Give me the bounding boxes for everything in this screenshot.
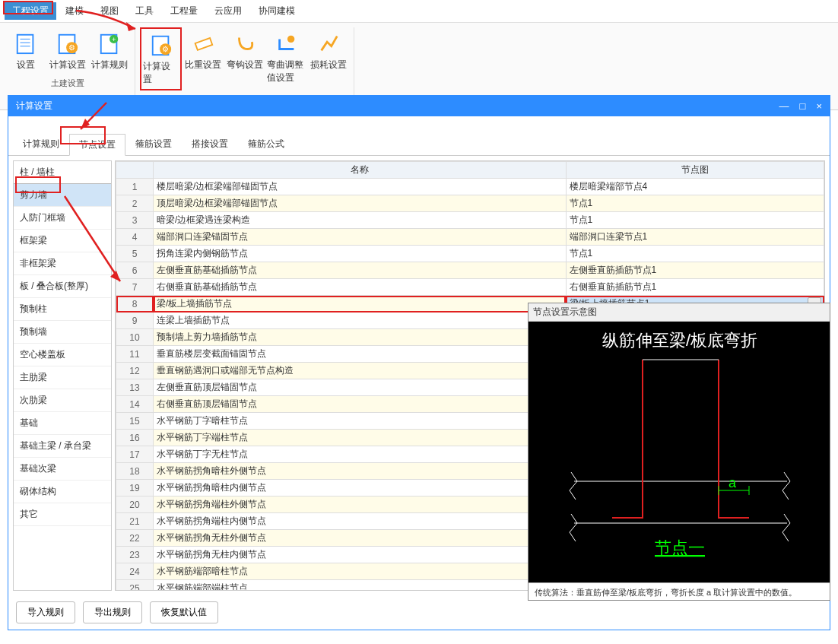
cell-name[interactable]: 右侧垂直筋顶层锚固节点	[154, 396, 567, 413]
table-row[interactable]: 5拐角连梁内侧钢筋节点节点1	[116, 246, 824, 262]
col-name[interactable]: 名称	[154, 162, 567, 179]
cell-name[interactable]: 水平钢筋拐角端柱内侧节点	[154, 513, 567, 530]
sidebar-item-次肋梁[interactable]: 次肋梁	[14, 389, 111, 412]
row-number: 12	[116, 363, 154, 379]
sidebar-item-砌体结构[interactable]: 砌体结构	[14, 481, 111, 503]
sidebar-item-空心楼盖板[interactable]: 空心楼盖板	[14, 344, 111, 366]
cell-diagram[interactable]: 节点1	[566, 195, 824, 212]
maximize-button[interactable]: □	[800, 100, 806, 112]
hook-icon	[232, 30, 258, 56]
sidebar-item-预制墙[interactable]: 预制墙	[14, 321, 111, 344]
tab-箍筋公式[interactable]: 箍筋公式	[238, 133, 294, 155]
cell-name[interactable]: 水平钢筋拐角端柱外侧节点	[154, 496, 567, 513]
sidebar-item-剪力墙[interactable]: 剪力墙	[14, 184, 111, 207]
row-number: 24	[116, 563, 154, 580]
table-row[interactable]: 4端部洞口连梁锚固节点端部洞口连梁节点1	[116, 229, 824, 246]
table-row[interactable]: 1楼层暗梁/边框梁端部锚固节点楼层暗梁端部节点4	[116, 179, 824, 195]
menu-建模[interactable]: 建模	[58, 2, 91, 20]
table-row[interactable]: 3暗梁/边框梁遇连梁构造节点1	[116, 212, 824, 229]
table-row[interactable]: 2顶层暗梁/边框梁端部锚固节点节点1	[116, 195, 824, 212]
cell-diagram[interactable]: 左侧垂直筋插筋节点1	[566, 262, 824, 279]
row-number: 17	[116, 446, 154, 463]
tab-箍筋设置[interactable]: 箍筋设置	[125, 133, 182, 155]
ribbon-计算规则[interactable]: +计算规则	[88, 27, 130, 75]
ribbon-弯曲调整值设置[interactable]: 弯曲调整值设置	[265, 27, 307, 90]
cell-name[interactable]: 水平钢筋端部暗柱节点	[154, 563, 567, 580]
minimize-button[interactable]: —	[779, 100, 789, 112]
cell-name[interactable]: 连梁上墙插筋节点	[154, 312, 567, 329]
cell-diagram[interactable]: 端部洞口连梁节点1	[566, 229, 824, 246]
sidebar-item-基础次梁[interactable]: 基础次梁	[14, 458, 111, 481]
sidebar-item-人防门框墙[interactable]: 人防门框墙	[14, 207, 111, 230]
cell-name[interactable]: 右侧垂直筋基础插筋节点	[154, 279, 567, 296]
sidebar-item-柱 / 墙柱[interactable]: 柱 / 墙柱	[14, 161, 111, 184]
ribbon-group-label: 土建设置	[51, 75, 84, 92]
cell-name[interactable]: 楼层暗梁/边框梁端部锚固节点	[154, 179, 567, 195]
ribbon-弯钩设置[interactable]: 弯钩设置	[224, 27, 265, 90]
cell-diagram[interactable]: 节点1	[566, 212, 824, 229]
tab-节点设置[interactable]: 节点设置	[69, 134, 125, 156]
cell-diagram[interactable]: 节点1	[566, 246, 824, 262]
sidebar-item-主肋梁[interactable]: 主肋梁	[14, 366, 111, 389]
menu-云应用[interactable]: 云应用	[207, 2, 249, 20]
cell-name[interactable]: 暗梁/边框梁遇连梁构造	[154, 212, 567, 229]
sidebar-item-其它[interactable]: 其它	[14, 503, 111, 526]
cell-name[interactable]: 水平钢筋拐角无柱外侧节点	[154, 530, 567, 547]
cell-name[interactable]: 拐角连梁内侧钢筋节点	[154, 246, 567, 262]
menu-协同建模[interactable]: 协同建模	[251, 2, 303, 20]
close-button[interactable]: ×	[816, 100, 822, 112]
ribbon-比重设置[interactable]: 比重设置	[182, 27, 224, 90]
svg-text:⚙: ⚙	[162, 45, 169, 53]
cell-name[interactable]: 水平钢筋丁字暗柱节点	[154, 413, 567, 430]
tab-计算规则[interactable]: 计算规则	[13, 133, 69, 155]
cell-name[interactable]: 水平钢筋拐角暗柱内侧节点	[154, 480, 567, 496]
menu-工程量[interactable]: 工程量	[163, 2, 205, 20]
sidebar-item-预制柱[interactable]: 预制柱	[14, 298, 111, 321]
sidebar-item-非框架梁[interactable]: 非框架梁	[14, 252, 111, 275]
cell-name[interactable]: 水平钢筋丁字无柱节点	[154, 446, 567, 463]
cell-name[interactable]: 预制墙上剪力墙插筋节点	[154, 329, 567, 346]
ribbon-计算设置[interactable]: ⚙计算设置	[46, 27, 88, 75]
cell-name[interactable]: 端部洞口连梁锚固节点	[154, 229, 567, 246]
cell-name[interactable]: 水平钢筋拐角无柱内侧节点	[154, 547, 567, 563]
sidebar-item-板 / 叠合板(整厚)[interactable]: 板 / 叠合板(整厚)	[14, 275, 111, 298]
row-number: 3	[116, 212, 154, 229]
cell-name[interactable]: 垂直筋楼层变截面锚固节点	[154, 346, 567, 363]
diagram-panel: 节点设置示意图 纵筋伸至梁/板底弯折 a 节点一 传统算法：垂直筋伸至梁/板底弯…	[528, 303, 830, 601]
svg-text:节点一: 节点一	[655, 538, 705, 557]
tab-搭接设置[interactable]: 搭接设置	[182, 133, 238, 155]
ribbon-设置[interactable]: 设置	[5, 27, 46, 75]
table-row[interactable]: 7右侧垂直筋基础插筋节点右侧垂直筋插筋节点1	[116, 279, 824, 296]
cell-diagram[interactable]: 楼层暗梁端部节点4	[566, 179, 824, 195]
category-sidebar: 柱 / 墙柱剪力墙人防门框墙框架梁非框架梁板 / 叠合板(整厚)预制柱预制墙空心…	[13, 160, 112, 591]
col-diagram[interactable]: 节点图	[566, 162, 824, 179]
sidebar-item-基础[interactable]: 基础	[14, 412, 111, 435]
sidebar-item-框架梁[interactable]: 框架梁	[14, 230, 111, 252]
cell-name[interactable]: 梁/板上墙插筋节点	[154, 296, 567, 312]
sidebar-item-基础主梁 / 承台梁[interactable]: 基础主梁 / 承台梁	[14, 435, 111, 458]
cell-diagram[interactable]: 右侧垂直筋插筋节点1	[566, 279, 824, 296]
cell-name[interactable]: 水平钢筋拐角暗柱外侧节点	[154, 463, 567, 480]
ribbon-损耗设置[interactable]: 损耗设置	[307, 27, 349, 90]
cell-name[interactable]: 左侧垂直筋顶层锚固节点	[154, 379, 567, 396]
cell-name[interactable]: 水平钢筋丁字端柱节点	[154, 430, 567, 446]
row-number: 15	[116, 413, 154, 430]
cell-name[interactable]: 垂直钢筋遇洞口或端部无节点构造	[154, 363, 567, 379]
menu-工具[interactable]: 工具	[128, 2, 161, 20]
dialog-titlebar[interactable]: 计算设置 — □ ×	[8, 96, 830, 116]
row-number: 16	[116, 430, 154, 446]
table-row[interactable]: 6左侧垂直筋基础插筋节点左侧垂直筋插筋节点1	[116, 262, 824, 279]
node-diagram-svg: 纵筋伸至梁/板底弯折 a 节点一	[529, 322, 831, 580]
ribbon-计算设置[interactable]: ⚙计算设置	[140, 27, 182, 90]
menu-视图[interactable]: 视图	[93, 2, 126, 20]
footer-导出规则[interactable]: 导出规则	[83, 601, 142, 623]
row-number: 7	[116, 279, 154, 296]
cell-name[interactable]: 顶层暗梁/边框梁端部锚固节点	[154, 195, 567, 212]
menu-工程设置[interactable]: 工程设置	[5, 2, 56, 20]
row-number: 5	[116, 246, 154, 262]
footer-恢复默认值[interactable]: 恢复默认值	[150, 601, 218, 623]
footer-导入规则[interactable]: 导入规则	[16, 601, 75, 623]
dialog-tabs: 计算规则节点设置箍筋设置搭接设置箍筋公式	[8, 133, 830, 156]
cell-name[interactable]: 水平钢筋端部端柱节点	[154, 580, 567, 592]
cell-name[interactable]: 左侧垂直筋基础插筋节点	[154, 262, 567, 279]
